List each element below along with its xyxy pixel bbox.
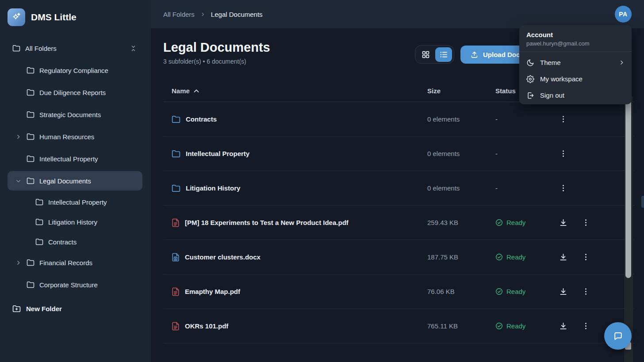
- row-menu-button[interactable]: [580, 286, 591, 297]
- upload-icon: [470, 50, 479, 59]
- status-badge: Ready: [495, 253, 558, 261]
- sidebar-item-financial-records[interactable]: Financial Records: [8, 253, 142, 272]
- download-icon: [559, 218, 568, 227]
- row-size-label: 76.06 KB: [427, 288, 495, 295]
- list-view-button[interactable]: [435, 47, 452, 62]
- kebab-menu-icon: [585, 287, 587, 296]
- app-logo-icon: [8, 8, 25, 26]
- sidebar-item-all-folders[interactable]: All Folders: [8, 38, 142, 58]
- moon-icon: [526, 59, 534, 67]
- chevron-right-icon[interactable]: [15, 260, 22, 266]
- sidebar-item-contracts[interactable]: Contracts: [8, 233, 142, 251]
- chat-button[interactable]: [604, 322, 632, 350]
- row-name-label: Customer clusters.docx: [185, 253, 261, 261]
- status-empty: -: [495, 184, 498, 192]
- sidebar-item-litigation-history[interactable]: Litigation History: [8, 213, 142, 231]
- folder-icon: [35, 218, 43, 225]
- menu-item-theme[interactable]: Theme: [519, 54, 632, 71]
- folder-icon: [27, 177, 34, 184]
- gear-icon: [526, 75, 534, 83]
- row-menu-button[interactable]: [558, 149, 568, 159]
- table-row[interactable]: [PM] 18 Experiments to Test a New Produc…: [163, 206, 634, 240]
- row-menu-button[interactable]: [580, 217, 591, 228]
- sidebar-item-label: Corporate Structure: [39, 281, 98, 289]
- status-badge: Ready: [495, 322, 558, 330]
- folder-icon: [27, 133, 34, 140]
- sidebar-item-intellectual-property[interactable]: Intellectual Property: [8, 149, 142, 168]
- menu-item-sign-out[interactable]: Sign out: [519, 87, 632, 103]
- sidebar-item-legal-documents[interactable]: Legal Documents: [8, 171, 142, 191]
- folder-icon: [27, 89, 34, 96]
- check-circle-icon: [495, 322, 503, 330]
- row-menu-button[interactable]: [558, 183, 568, 194]
- download-icon: [559, 321, 568, 331]
- sidebar-item-label: Legal Documents: [39, 177, 91, 185]
- sidebar-item-corporate-structure[interactable]: Corporate Structure: [8, 275, 142, 294]
- check-circle-icon: [495, 253, 503, 261]
- kebab-menu-icon: [562, 184, 564, 192]
- scrollbar-thumb[interactable]: [625, 98, 631, 278]
- account-email: pawel.huryn@gmail.com: [519, 39, 632, 51]
- chevron-right-icon[interactable]: [15, 134, 22, 140]
- column-header-name[interactable]: Name: [172, 87, 427, 95]
- column-header-size[interactable]: Size: [427, 87, 495, 95]
- row-menu-button[interactable]: [580, 321, 591, 332]
- menu-item-label: Sign out: [540, 91, 564, 99]
- menu-divider: [519, 51, 632, 52]
- kebab-menu-icon: [585, 322, 587, 330]
- row-name-label: Emapthy Map.pdf: [185, 288, 240, 295]
- table-row[interactable]: Litigation History 0 elements -: [163, 171, 634, 206]
- menu-item-label: Theme: [540, 59, 561, 66]
- window-scrollbar-fragment: [641, 196, 644, 208]
- check-circle-icon: [495, 288, 503, 295]
- table-row[interactable]: Customer clusters.docx 187.75 KB Ready: [163, 240, 634, 274]
- folder-icon: [27, 281, 34, 288]
- breadcrumb-current: Legal Documents: [211, 11, 263, 18]
- row-name-label: Intellectual Property: [186, 150, 249, 157]
- chevron-down-icon[interactable]: [15, 178, 22, 184]
- row-size-label: 0 elements: [427, 115, 495, 123]
- folder-icon: [27, 67, 34, 74]
- row-name-label: OKRs 101.pdf: [185, 322, 228, 330]
- folder-tree: All Folders Regulatory Compliance Due Di…: [0, 38, 151, 297]
- sidebar-item-intellectual-property[interactable]: Intellectual Property: [8, 193, 142, 211]
- collapse-all-icon[interactable]: [130, 45, 142, 52]
- sidebar-item-due-diligence-reports[interactable]: Due Diligence Reports: [8, 83, 142, 102]
- row-menu-button[interactable]: [558, 114, 568, 125]
- row-size-label: 0 elements: [427, 184, 495, 192]
- table-row[interactable]: Contracts 0 elements -: [163, 102, 634, 137]
- grid-view-icon: [422, 50, 430, 59]
- status-empty: -: [495, 115, 498, 123]
- sidebar-item-regulatory-compliance[interactable]: Regulatory Compliance: [8, 61, 142, 80]
- app-title: DMS Little: [31, 12, 77, 23]
- account-menu-items: Theme My workspace Sign out: [519, 54, 632, 103]
- row-size-label: 0 elements: [427, 150, 495, 157]
- row-name-label: Litigation History: [186, 184, 240, 192]
- table-row[interactable]: OKRs 101.pdf 765.11 KB Ready: [163, 309, 634, 343]
- folder-plus-icon: [12, 305, 21, 312]
- user-avatar[interactable]: PA: [615, 6, 632, 23]
- new-folder-label: New Folder: [26, 305, 62, 312]
- breadcrumb-all-folders[interactable]: All Folders: [163, 11, 195, 18]
- row-download-button[interactable]: [558, 217, 568, 228]
- table-row[interactable]: Emapthy Map.pdf 76.06 KB Ready: [163, 274, 634, 309]
- status-label: Ready: [506, 219, 525, 226]
- new-folder-button[interactable]: New Folder: [0, 299, 151, 318]
- sidebar-item-human-resources[interactable]: Human Resources: [8, 127, 142, 146]
- sort-ascending-icon: [194, 89, 199, 93]
- sidebar-item-label: Intellectual Property: [48, 198, 107, 206]
- row-menu-button[interactable]: [580, 252, 591, 263]
- breadcrumb-separator-icon: [200, 12, 205, 17]
- status-label: Ready: [506, 288, 525, 295]
- folder-icon: [27, 155, 34, 162]
- row-download-button[interactable]: [558, 321, 568, 332]
- status-badge: Ready: [495, 288, 558, 295]
- sidebar-item-label: Financial Records: [39, 259, 92, 267]
- menu-item-my-workspace[interactable]: My workspace: [519, 71, 632, 87]
- row-download-button[interactable]: [558, 252, 568, 263]
- grid-view-button[interactable]: [417, 47, 434, 62]
- table-row[interactable]: Intellectual Property 0 elements -: [163, 137, 634, 171]
- sidebar-item-strategic-documents[interactable]: Strategic Documents: [8, 105, 142, 124]
- row-download-button[interactable]: [558, 286, 568, 297]
- sidebar-item-label: Regulatory Compliance: [39, 67, 108, 74]
